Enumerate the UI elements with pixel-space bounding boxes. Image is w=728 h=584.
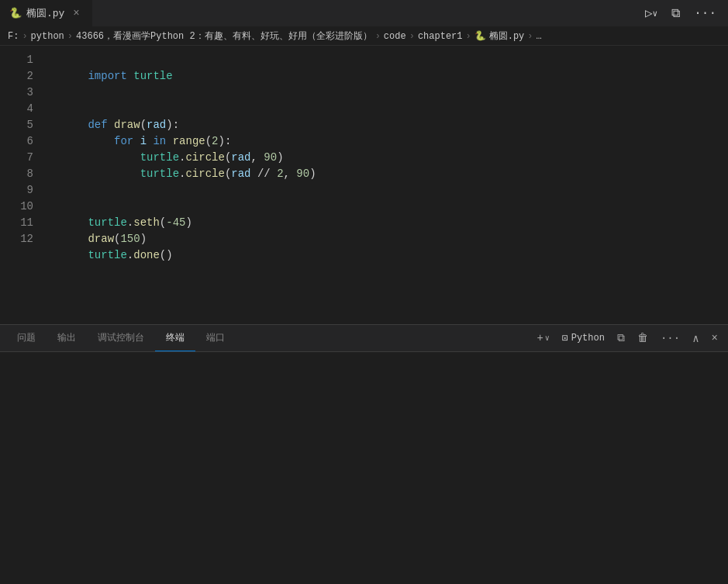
tab-bar-left: 🐍 椭圆.py × — [0, 0, 93, 26]
panel-tab-debug[interactable]: 调试控制台 — [87, 325, 155, 351]
run-icon: ▷ — [645, 5, 653, 21]
code-lines[interactable]: import turtle def draw(rad): for i in ra… — [43, 46, 728, 324]
panel-close-icon: × — [712, 332, 718, 344]
split-icon: ⧉ — [671, 6, 680, 21]
run-button[interactable]: ▷ ∨ — [641, 4, 661, 22]
breadcrumb-drive[interactable]: F: — [8, 31, 19, 42]
code-line-10: turtle.seth(-45) — [49, 199, 728, 215]
run-dropdown-icon: ∨ — [653, 9, 658, 19]
plus-icon: + — [537, 332, 543, 344]
panel-tabs-left: 问题 输出 调试控制台 终端 端口 — [6, 325, 236, 351]
breadcrumb-python[interactable]: python — [31, 31, 64, 42]
tab-file-icon: 🐍 — [9, 7, 22, 19]
split-terminal-button[interactable]: ⧉ — [613, 330, 629, 346]
panel-maximize-button[interactable]: ∧ — [688, 330, 702, 347]
panel-tab-ports[interactable]: 端口 — [195, 325, 236, 351]
trash-icon: 🗑 — [637, 332, 648, 344]
split-terminal-icon: ⧉ — [617, 332, 625, 344]
breadcrumb: F: › python › 43666，看漫画学Python 2：有趣、有料、好… — [0, 27, 728, 46]
python-terminal-badge[interactable]: ⊡ Python — [558, 330, 609, 346]
breadcrumb-folder[interactable]: 43666，看漫画学Python 2：有趣、有料、好玩、好用（全彩进阶版） — [76, 29, 372, 43]
more-icon: ··· — [694, 6, 716, 20]
code-editor: 1 2 3 4 5 6 7 8 9 10 11 12 import turtle… — [0, 46, 728, 324]
tab-bar-right: ▷ ∨ ⧉ ··· — [641, 4, 728, 22]
code-line-1: import turtle — [49, 52, 728, 68]
new-terminal-dropdown: ∨ — [545, 333, 550, 343]
breadcrumb-file-icon: 🐍 — [474, 30, 486, 42]
panel-more-button[interactable]: ··· — [657, 330, 684, 346]
split-editor-button[interactable]: ⧉ — [668, 5, 684, 22]
terminal-icon: ⊡ — [562, 332, 568, 344]
terminal-area[interactable] — [0, 352, 728, 584]
code-line-3 — [49, 85, 728, 101]
panel-tab-problems[interactable]: 问题 — [6, 325, 47, 351]
panel-more-icon: ··· — [661, 332, 680, 344]
up-icon: ∧ — [692, 332, 699, 345]
breadcrumb-code[interactable]: code — [384, 31, 406, 42]
python-label: Python — [571, 333, 605, 344]
line-numbers: 1 2 3 4 5 6 7 8 9 10 11 12 — [0, 46, 43, 324]
breadcrumb-ellipsis[interactable]: … — [537, 31, 542, 42]
new-terminal-button[interactable]: + ∨ — [533, 330, 553, 346]
kill-terminal-button[interactable]: 🗑 — [633, 330, 652, 346]
terminal-content[interactable] — [0, 352, 728, 584]
more-actions-button[interactable]: ··· — [690, 5, 720, 22]
code-line-9 — [49, 182, 728, 199]
tab-close-button[interactable]: × — [69, 6, 83, 20]
code-line-4: def draw(rad): — [49, 101, 728, 117]
tab-bar: 🐍 椭圆.py × ▷ ∨ ⧉ ··· — [0, 0, 728, 27]
panel: 问题 输出 调试控制台 终端 端口 + ∨ ⊡ Python — [0, 324, 728, 584]
tab-label: 椭圆.py — [26, 6, 64, 20]
panel-tab-bar: 问题 输出 调试控制台 终端 端口 + ∨ ⊡ Python — [0, 325, 728, 352]
breadcrumb-file[interactable]: 椭圆.py — [489, 29, 525, 43]
panel-tab-terminal[interactable]: 终端 — [155, 325, 195, 351]
breadcrumb-chapter[interactable]: chapter1 — [418, 31, 463, 42]
panel-close-button[interactable]: × — [708, 330, 722, 346]
code-line-12: turtle.done() — [49, 231, 728, 247]
panel-tab-output[interactable]: 输出 — [47, 325, 87, 351]
active-tab[interactable]: 🐍 椭圆.py × — [0, 0, 93, 26]
panel-tabs-right: + ∨ ⊡ Python ⧉ 🗑 ··· ∧ × — [533, 330, 722, 347]
